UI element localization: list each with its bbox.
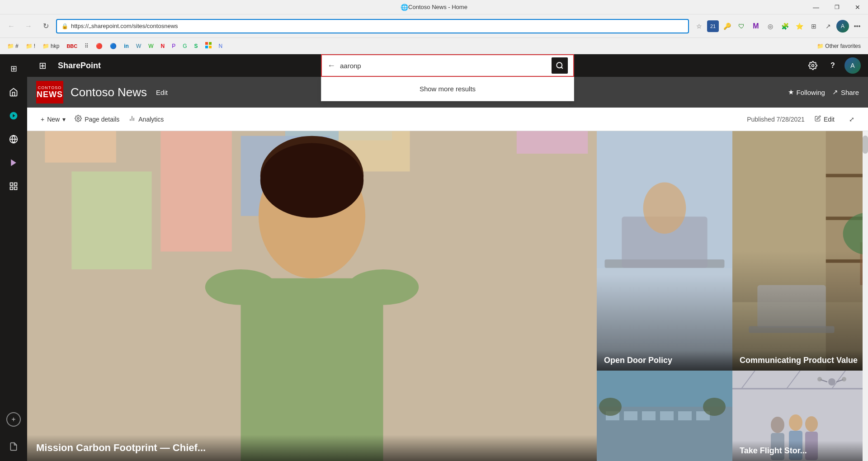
folder-icon: 📁 [26,43,33,49]
news-side-top: Open Door Policy [597,131,868,371]
bookmark-dots[interactable]: ⠿ [82,42,91,50]
waffle-menu[interactable]: ⊞ [34,57,51,74]
other-favorites[interactable]: 📁 Other favorites [814,42,863,50]
svg-point-70 [828,378,835,386]
refresh-button[interactable]: ↻ [39,19,52,33]
svg-rect-23 [71,171,151,269]
page-toolbar: + New ▾ Page details Analytics Published… [27,108,868,131]
search-back-icon[interactable]: ← [327,61,335,71]
ext-star-icon[interactable]: ⭐ [793,20,806,33]
bookmark-g1[interactable]: G [180,42,189,50]
maximize-button[interactable]: ❐ [826,0,847,14]
bookmark-ln[interactable]: in [121,42,132,50]
bookmark-icon: P [172,43,175,49]
bookmark-w2[interactable]: W [146,42,156,50]
back-button[interactable]: ← [5,19,18,33]
sharepoint-brand: SharePoint [58,61,101,71]
more-menu-icon[interactable]: ••• [851,20,863,33]
search-submit-icon[interactable] [552,57,568,74]
sidebar-home-icon[interactable] [3,81,24,103]
bookmark-red1[interactable]: 🔴 [93,42,105,50]
page-details-button[interactable]: Page details [70,112,124,126]
sidebar-files-icon[interactable] [3,105,24,127]
share-label: Share [841,89,859,96]
svg-rect-24 [160,131,232,252]
bookmark-folder-3[interactable]: 📁 hkp [40,42,62,50]
svg-rect-0 [205,42,208,45]
close-button[interactable]: ✕ [847,0,868,14]
settings-icon[interactable] [805,57,821,74]
svg-point-77 [789,414,802,431]
bookmark-icon [205,42,212,50]
svg-rect-7 [10,183,13,186]
bookmark-bbc[interactable]: BBC [64,42,80,50]
favorites-icon[interactable]: ☆ [693,20,705,33]
bookmark-b1[interactable]: 🔵 [107,42,119,50]
share-button[interactable]: ↗ Share [832,88,859,96]
sidebar-news-icon[interactable] [3,152,24,174]
bookmark-nord[interactable]: N [216,42,226,50]
main-article[interactable]: Mission Carbon Footprint — Chief... [27,131,597,461]
edit-page-button[interactable]: Edit [810,113,839,126]
sharepoint-app-sidebar: ⊞ + [0,54,27,461]
sidebar-waffle-icon[interactable]: ⊞ [3,58,24,80]
bookmark-wp[interactable]: W [133,42,144,50]
bookmark-folder-2[interactable]: 📁 ! [23,42,38,50]
news-grid: Mission Carbon Footprint — Chief... [27,131,868,461]
main-article-image: Mission Carbon Footprint — Chief... [27,131,597,461]
sidebar-sites-icon[interactable] [3,128,24,150]
expand-button[interactable]: ⤢ [844,113,859,126]
forward-button[interactable]: → [22,19,35,33]
following-button[interactable]: ★ Following [788,88,825,96]
news-card-4-title: Take Flight Stor... [740,446,807,455]
svg-rect-1 [209,42,212,45]
sidebar-page-icon[interactable] [3,436,24,457]
share-icon: ↗ [832,88,838,96]
bookmark-icon: N [161,43,165,49]
ext-m-icon[interactable]: M [750,20,762,33]
site-logo: CONTOSO NEWS [36,81,63,103]
svg-rect-9 [10,187,13,190]
bookmark-s1[interactable]: S [192,42,201,50]
ext-share-icon[interactable]: ↗ [822,20,835,33]
user-avatar-top[interactable]: A [836,20,849,33]
sidebar-add-icon[interactable]: + [6,412,21,427]
search-box[interactable]: ← [321,54,574,77]
svg-rect-58 [660,411,674,420]
sidebar-lists-icon[interactable] [3,175,24,197]
address-bar[interactable]: 🔒 https://xxxxxxxxxxxxsharepoint.com/sit… [56,19,689,33]
news-card-2[interactable]: Communicating Product Value [732,131,868,371]
bookmark-netflix[interactable]: N [158,42,168,50]
ext-circle-icon[interactable]: ◎ [764,20,777,33]
analytics-button[interactable]: Analytics [124,112,168,126]
ext-puzzle-icon[interactable]: 🧩 [778,20,791,33]
site-edit-button[interactable]: Edit [156,89,168,96]
news-card-3[interactable] [597,371,732,461]
news-card-1[interactable]: Open Door Policy [597,131,732,371]
show-more-results[interactable]: Show more results [321,77,574,101]
scrollbar-thumb[interactable] [863,136,868,154]
browser-titlebar: 🌐 Contoso News - Home — ❐ ✕ [0,0,868,14]
following-label: Following [797,89,825,96]
minimize-button[interactable]: — [806,0,826,14]
ext-grid-icon[interactable]: ⊞ [807,20,820,33]
user-avatar[interactable]: A [844,57,861,74]
ext-key-icon[interactable]: 🔑 [721,20,733,33]
bookmark-folder-1[interactable]: 📁 # [5,42,21,50]
new-button[interactable]: + New ▾ [36,113,70,126]
svg-rect-28 [517,131,588,154]
bookmark-p1[interactable]: P [169,42,178,50]
help-icon[interactable]: ? [825,57,841,74]
scrollbar-track[interactable] [863,131,868,461]
svg-rect-8 [14,183,17,186]
news-card-4[interactable]: Take Flight Stor... [732,371,868,461]
bookmark-icon: ⠿ [85,43,89,49]
main-article-caption: Mission Carbon Footprint — Chief... [27,435,597,461]
ext-shield-icon[interactable]: 🛡 [735,20,748,33]
bookmark-icon: in [124,43,129,49]
bookmark-ms[interactable] [203,41,214,51]
page-container: ⊞ + ⊞ SharePoint ← [0,54,868,461]
tab-groups-icon[interactable]: 21 [707,20,719,32]
search-input[interactable] [340,62,552,70]
news-card-4-caption: Take Flight Stor... [732,441,868,461]
